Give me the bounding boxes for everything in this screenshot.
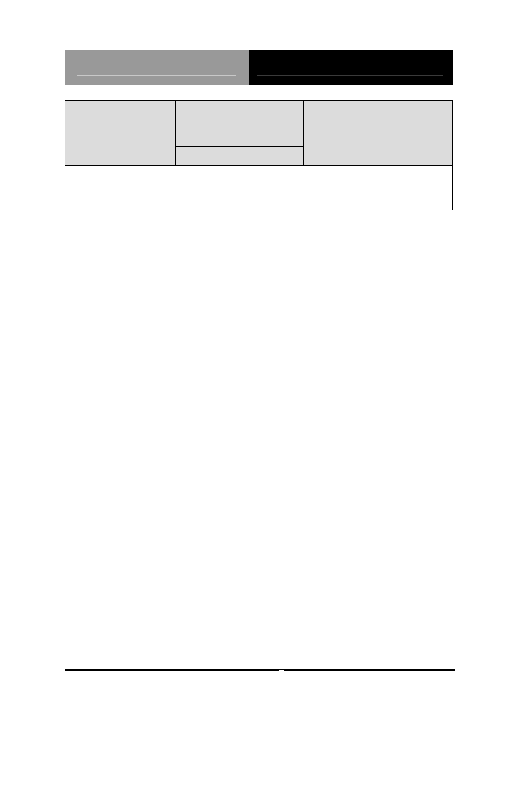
table-cell [304,101,453,166]
page-content [65,50,453,210]
header-left-underline [77,55,236,76]
table-cell-label [65,101,176,166]
table-cell [176,101,304,122]
footer-divider [65,669,455,671]
header-bar [65,50,453,85]
table-cell-full [65,166,453,210]
header-right-panel [249,50,453,85]
header-left-panel [65,50,249,85]
table-cell [176,147,304,166]
table-cell [176,122,304,147]
data-table [65,100,453,210]
header-right-underline [257,55,443,76]
